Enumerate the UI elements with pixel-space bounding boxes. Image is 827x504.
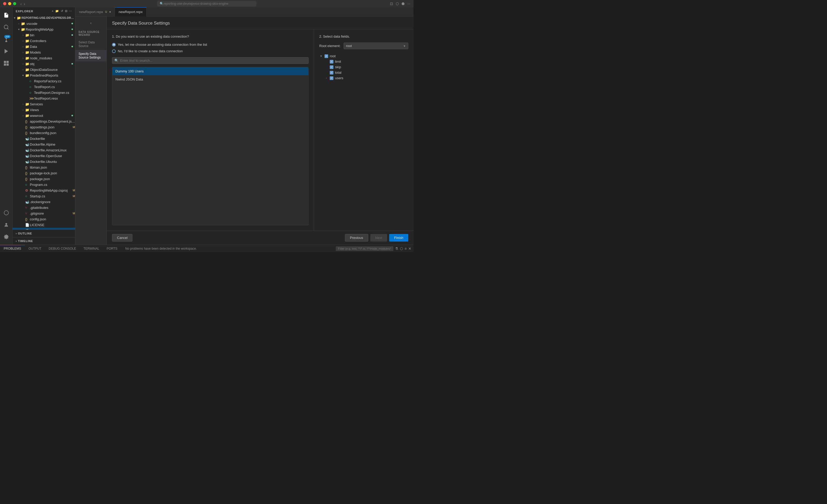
refresh-icon[interactable]: ↺ [61,9,63,13]
panel-icon[interactable]: ⬢ [401,2,404,6]
settings-icon[interactable] [1,231,12,242]
files-icon[interactable] [1,9,12,21]
sidebar-item-objectdatasource[interactable]: › 📁 ObjectDataSource [12,67,75,72]
sidebar-item-dockerignore[interactable]: 🐋 .dockerignore [12,199,75,205]
sidebar-item-appsettings[interactable]: {} appsettings.json M [12,124,75,130]
sidebar-item-testreport[interactable]: ○ TestReport.cs [12,84,75,90]
account-icon[interactable] [1,219,12,231]
tab-newreport-active[interactable]: newReport.repx [115,7,147,16]
sidebar-item-wwwroot[interactable]: › 📁 wwwroot [12,113,75,118]
tab-debug-console[interactable]: DEBUG CONSOLE [45,245,80,252]
sidebar-item-package-lock[interactable]: {} package-lock.json [12,170,75,176]
remote-icon[interactable] [1,207,12,219]
sidebar-item-gitattributes[interactable]: ⑂ .gitattributes [12,205,75,211]
sidebar-item-config[interactable]: {} config.json [12,216,75,222]
sidebar-item-newreport[interactable]: 📋 newReport.repx U [12,228,75,229]
field-item-limit[interactable]: limit [319,59,408,64]
sidebar-item-models[interactable]: › 📁 Models [12,49,75,55]
field-item-total[interactable]: total [319,70,408,75]
sidebar-item-predefinedreports[interactable]: ▼ 📁 PredefinedReports [12,72,75,78]
sidebar-item-license[interactable]: 📄 LICENSE [12,222,75,228]
new-file-icon[interactable]: + [52,9,54,13]
field-checkbox-users[interactable] [330,76,333,80]
sidebar-item-bundleconfig[interactable]: {} bundleconfig.json [12,130,75,136]
radio-new-connection[interactable]: No, I'd like to create a new data connec… [112,49,308,53]
outline-header[interactable]: › OUTLINE [12,231,75,236]
tab-ports[interactable]: PORTS [103,245,121,252]
sidebar-item-vscode[interactable]: › 📁 .vscode [12,21,75,26]
wizard-back-button[interactable]: ‹ [76,18,106,27]
more-options-icon[interactable]: ··· [69,9,72,13]
sidebar-item-data[interactable]: › 📁 Data [12,44,75,49]
sidebar-item-bin[interactable]: › 📁 bin [12,32,75,38]
sidebar-item-node-modules[interactable]: › 📁 node_modules [12,55,75,61]
sidebar-item-testreportdesigner[interactable]: ○ TestReport.Designer.cs [12,90,75,96]
datasource-item-dummy[interactable]: Dummy 100 Users [112,67,308,75]
field-checkbox-root[interactable] [325,54,328,58]
search-icon[interactable] [1,21,12,33]
wizard-step-specify-settings[interactable]: Specify Data Source Settings [76,50,106,61]
previous-button[interactable]: Previous [345,234,368,241]
tab-output[interactable]: OUTPUT [25,245,45,252]
search-input[interactable] [120,59,306,62]
copy-icon[interactable]: ⬡ [400,246,403,251]
forward-nav-icon[interactable]: › [24,2,25,6]
sidebar-toggle-icon[interactable]: ⬡ [396,2,399,6]
field-item-root[interactable]: ▼ root [319,53,408,59]
search-input[interactable] [163,2,254,5]
sidebar-item-views[interactable]: › 📁 Views [12,107,75,113]
close-panel-icon[interactable]: ✕ [408,246,411,251]
datasource-search[interactable]: 🔍 [112,57,308,64]
extensions-icon[interactable] [1,58,12,69]
back-nav-icon[interactable]: ‹ [20,2,22,6]
field-item-users[interactable]: › users [319,75,408,81]
sidebar-item-dockerfile-ubuntu[interactable]: 🐋 Dockerfile.Ubuntu [12,159,75,164]
cancel-button[interactable]: Cancel [112,234,133,241]
filter-icon[interactable]: ⚗ [395,246,398,251]
tab-close-icon[interactable]: ● [109,10,111,14]
sidebar-item-dockerfile-opensuse[interactable]: 🐋 Dockerfile.OpenSuse [12,153,75,159]
collapse-icon[interactable]: ⊟ [65,9,67,13]
field-item-skip[interactable]: skip [319,64,408,70]
sidebar-item-libman[interactable]: {} libman.json [12,164,75,170]
sidebar-item-program[interactable]: ○ Program.cs [12,182,75,187]
run-debug-icon[interactable] [1,46,12,57]
sidebar-item-testreportresx[interactable]: ⋙ TestReport.resx [12,96,75,101]
filter-input[interactable] [336,246,393,251]
sidebar-item-dockerfile[interactable]: 🐋 Dockerfile [12,136,75,142]
finish-button[interactable]: Finish [389,234,408,241]
sidebar-item-root[interactable]: ▼ 📁 REPORTING-USE-DEVEXPRESS-DRAWING-... [12,15,75,21]
tab-problems[interactable]: PROBLEMS [0,245,25,252]
new-folder-icon[interactable]: 📁 [55,9,59,13]
field-checkbox-limit[interactable] [330,60,333,63]
sidebar-item-gitignore[interactable]: ⑂ .gitignore M [12,211,75,216]
sidebar-item-dockerfile-amazon[interactable]: 🐋 Dockerfile.AmazonLinux [12,147,75,153]
sidebar-item-dockerfile-alpine[interactable]: 🐋 Dockerfile.Alpine [12,142,75,147]
sidebar-item-startup[interactable]: ○ Startup.cs M [12,193,75,199]
minimize-button[interactable] [8,2,11,5]
sidebar-item-reportingwebapp[interactable]: ▼ 📁 ReportingWebApp [12,26,75,32]
titlebar-search[interactable]: 🔍 [157,1,256,6]
list-icon[interactable]: ≡ [404,246,407,251]
tab-newreport-modified[interactable]: newReport.repx U ● [76,7,115,16]
radio-existing-connection[interactable]: Yes, let me choose an existing data conn… [112,43,308,47]
source-control-icon[interactable]: 209 [1,34,12,45]
sidebar-item-services[interactable]: › 📁 Services [12,101,75,107]
field-checkbox-total[interactable] [330,71,333,74]
sidebar-item-csproj[interactable]: ⚙ ReportingWebApp.csproj M [12,187,75,193]
timeline-header[interactable]: › TIMELINE [12,238,75,244]
sidebar-item-package[interactable]: {} package.json [12,176,75,182]
field-checkbox-skip[interactable] [330,65,333,69]
tab-terminal[interactable]: TERMINAL [80,245,103,252]
close-button[interactable] [3,2,6,5]
datasource-item-nwind[interactable]: Nwind JSON Data [112,75,308,83]
more-icon[interactable]: ··· [407,2,410,6]
root-element-select[interactable]: root ▼ [344,43,408,49]
wizard-step-select-datasource[interactable]: Select Data Source [76,39,106,50]
sidebar-item-appsettings-dev[interactable]: {} appsettings.Development.json [12,118,75,124]
sidebar-item-reportsfactory[interactable]: ○ ReportsFactory.cs [12,78,75,84]
maximize-button[interactable] [13,2,16,5]
sidebar-item-obj[interactable]: › 📁 obj [12,61,75,67]
layout-icon[interactable]: ⊡ [390,2,393,6]
sidebar-item-controllers[interactable]: › 📁 Controllers [12,38,75,44]
